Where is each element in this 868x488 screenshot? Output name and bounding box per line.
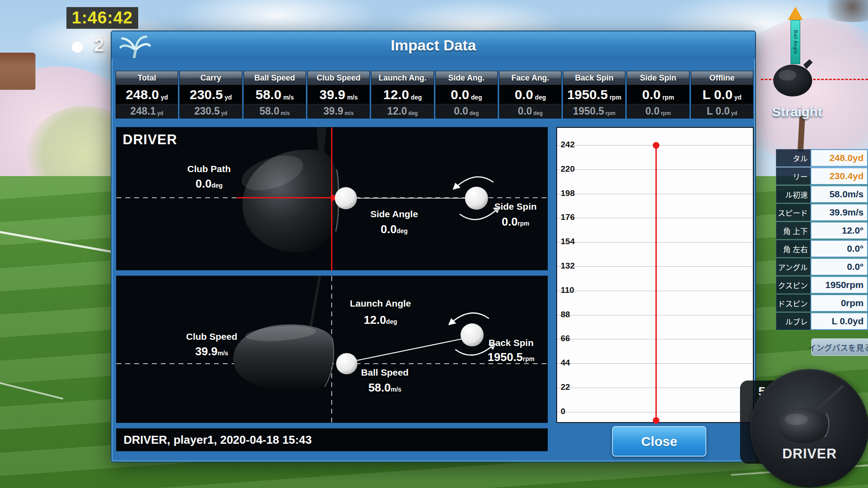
- hud-row-carry: リー230.4yd: [776, 167, 868, 185]
- stat-previous-value: 0.0deg: [500, 104, 561, 118]
- side-spin-label: Side Spin: [494, 201, 537, 212]
- ball-speed-label: Ball Speed: [361, 367, 408, 378]
- stat-column-launch-angle: Launch Ang. 12.0deg 12.0deg: [371, 71, 434, 119]
- club-top-view-graphic: [116, 127, 548, 271]
- chart-gridline: 0: [557, 412, 753, 412]
- stat-previous-value: 58.0m/s: [244, 104, 306, 118]
- stat-value: 39.9m/s: [308, 85, 369, 104]
- stat-previous-value: 1950.5rpm: [563, 104, 625, 118]
- side-spin-value: 0.0rpm: [502, 215, 530, 229]
- club-side-view-panel: Launch Angle 12.0deg Club Speed 39.9m/s …: [116, 276, 548, 423]
- driver-club-icon: [771, 383, 847, 445]
- hud-row-launch-horizontal: 角 左右0.0°: [776, 240, 868, 257]
- view-swing-path-button[interactable]: イングパスを見る: [811, 338, 868, 356]
- stat-previous-value: 0.0rpm: [627, 104, 689, 118]
- flight-path-line: [655, 145, 657, 420]
- stat-value: L 0.0yd: [691, 85, 753, 104]
- stat-column-ball-speed: Ball Speed 58.0m/s 58.0m/s: [244, 71, 306, 119]
- stat-value: 12.0deg: [372, 85, 433, 104]
- flight-end-dot: [653, 142, 659, 149]
- score-bullet: [72, 42, 83, 53]
- stat-value: 0.0deg: [436, 85, 497, 104]
- club-path-value: 0.0deg: [195, 177, 222, 191]
- ball-angle-indicator: Ball Angle: [790, 20, 800, 64]
- club-head-top-icon: [772, 58, 815, 99]
- stat-value: 248.0yd: [116, 85, 178, 104]
- hud-row-ball-speed: ル初速58.0m/s: [776, 185, 868, 203]
- ball-flight-chart: 242 220 198 176 154 132 110 88 66 44 22 …: [556, 127, 754, 423]
- club-top-view-panel: DRIVER Club Path 0.0deg Side Angle 0.0de…: [116, 127, 548, 270]
- stat-previous-value: 230.5yd: [180, 104, 241, 118]
- chart-gridline: 22: [557, 388, 753, 388]
- hud-row-face-angle: アングル0.0°: [776, 258, 868, 276]
- chart-gridline: 198: [557, 194, 753, 194]
- stat-value: 0.0rpm: [627, 85, 689, 104]
- flight-start-dot: [653, 417, 659, 424]
- stat-label: Side Spin: [627, 71, 689, 85]
- hud-row-offline: ルブレL 0.0yd: [776, 312, 868, 330]
- stat-previous-value: 39.9m/s: [308, 104, 369, 118]
- dialog-title: Impact Data: [112, 31, 755, 59]
- stat-value: 0.0deg: [500, 85, 561, 104]
- back-spin-value: 1950.5rpm: [488, 350, 535, 364]
- stat-label: Ball Speed: [244, 71, 306, 85]
- stat-previous-value: 0.0deg: [436, 104, 497, 118]
- chart-gridline: 110: [557, 291, 753, 291]
- back-spin-label: Back Spin: [488, 338, 534, 348]
- ball-speed-value: 58.0m/s: [368, 381, 402, 395]
- impact-data-dialog: Impact Data Total 248.0yd 248.1yd Carry …: [111, 31, 756, 462]
- stat-label: Back Spin: [563, 71, 625, 85]
- close-button[interactable]: Close: [612, 426, 706, 457]
- ball-angle-label: Ball Angle: [793, 30, 798, 54]
- side-angle-value: 0.0deg: [380, 223, 407, 236]
- score-number: 2: [94, 35, 104, 56]
- chart-gridline: 220: [557, 169, 753, 170]
- stat-previous-value: 12.0deg: [372, 104, 433, 118]
- shot-info-bar: DRIVER, player1, 2020-04-18 15:43: [116, 428, 548, 451]
- stat-value: 230.5yd: [180, 85, 241, 104]
- launch-angle-label: Launch Angle: [350, 298, 411, 309]
- club-speed-label: Club Speed: [186, 331, 237, 342]
- session-timer: 1:46:42: [66, 7, 138, 29]
- stat-column-total: Total 248.0yd 248.1yd: [116, 71, 178, 119]
- stat-label: Club Speed: [308, 71, 369, 85]
- stat-column-back-spin: Back Spin 1950.5rpm 1950.5rpm: [563, 71, 625, 119]
- stat-column-club-speed: Club Speed 39.9m/s 39.9m/s: [307, 71, 370, 119]
- ball-angle-arrow-icon: [788, 7, 803, 20]
- panel-club-name: DRIVER: [123, 132, 177, 148]
- chart-gridline: 132: [557, 266, 753, 267]
- stat-label: Offline: [691, 71, 753, 85]
- club-side-view-graphic: [116, 276, 548, 423]
- chart-gridline: 88: [557, 315, 753, 315]
- chart-gridline: 44: [557, 363, 753, 364]
- hud-row-side-spin: ドスピン0rpm: [776, 294, 868, 312]
- stat-label: Face Ang.: [500, 71, 561, 85]
- club-speed-value: 39.9m/s: [195, 345, 229, 358]
- shot-shape-label: Straight: [753, 104, 841, 119]
- hud-row-launch-vertical: 角 上下12.0°: [776, 222, 868, 239]
- side-angle-label: Side Angle: [370, 209, 418, 219]
- stat-previous-value: 248.1yd: [116, 104, 178, 118]
- hud-row-head-speed: スピード39.9m/s: [776, 204, 868, 221]
- impact-stats-grid: Total 248.0yd 248.1yd Carry 230.5yd 230.…: [116, 71, 753, 119]
- stat-column-face-angle: Face Ang. 0.0deg 0.0deg: [499, 71, 562, 119]
- chart-gridline: 154: [557, 242, 753, 242]
- hud-row-back-spin: クスピン1950rpm: [776, 276, 868, 294]
- stat-label: Total: [116, 71, 178, 85]
- club-path-label: Club Path: [187, 164, 231, 174]
- stat-value: 1950.5rpm: [563, 85, 625, 104]
- stat-label: Launch Ang.: [372, 71, 433, 85]
- launch-angle-value: 12.0deg: [364, 313, 397, 327]
- stat-column-carry: Carry 230.5yd 230.5yd: [179, 71, 242, 119]
- stat-column-side-spin: Side Spin 0.0rpm 0.0rpm: [627, 71, 689, 119]
- stat-label: Carry: [180, 71, 241, 85]
- hud-stats-table: タル248.0yd リー230.4yd ル初速58.0m/s スピード39.9m…: [776, 149, 868, 330]
- chart-gridline: 66: [557, 339, 753, 339]
- stat-column-side-angle: Side Ang. 0.0deg 0.0deg: [435, 71, 498, 119]
- building: [0, 53, 35, 90]
- stat-value: 58.0m/s: [244, 85, 306, 104]
- hud-row-total: タル248.0yd: [776, 149, 868, 167]
- stat-label: Side Ang.: [436, 71, 497, 85]
- golf-simulator-screen: 1:46:42 2 Impact Data Total 248.0yd 248.…: [0, 0, 868, 488]
- club-selector-label: DRIVER: [750, 446, 868, 462]
